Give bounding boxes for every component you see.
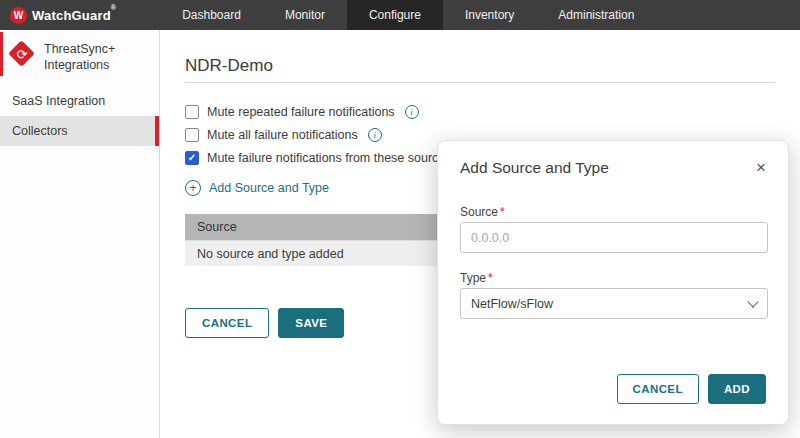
checkbox-label: Mute all failure notifications [207,128,358,142]
nav-item-dashboard[interactable]: Dashboard [160,0,263,30]
nav-item-configure[interactable]: Configure [347,0,443,30]
type-select[interactable]: NetFlow/sFlow [460,288,768,319]
type-field-label: Type* [460,271,493,285]
chevron-down-icon [747,296,758,307]
sidebar-section-title: ThreatSync+ Integrations [44,40,151,74]
nav-item-administration[interactable]: Administration [536,0,656,30]
watchguard-logo-icon: W [10,7,27,24]
sidebar-section-header: ⟳ ThreatSync+ Integrations [0,30,159,86]
sidebar: ⟳ ThreatSync+ Integrations SaaS Integrat… [0,30,160,438]
required-asterisk: * [500,205,505,219]
source-field-label: Source* [460,205,505,219]
info-icon[interactable]: i [405,105,419,119]
mute-repeated-failures-row: Mute repeated failure notifications i [185,105,419,119]
plus-circle-icon: + [185,180,201,196]
source-input[interactable] [460,222,768,253]
page-title: NDR-Demo [185,56,273,76]
sidebar-item-collectors[interactable]: Collectors [0,116,159,146]
dialog-actions: CANCEL ADD [617,374,766,404]
mute-sources-row: Mute failure notifications from these so… [185,151,476,165]
dialog-add-button[interactable]: ADD [708,374,766,404]
mute-sources-checkbox[interactable] [185,151,199,165]
sidebar-accent-bar [0,32,3,76]
mute-all-failures-checkbox[interactable] [185,128,199,142]
type-select-value: NetFlow/sFlow [471,297,553,311]
form-actions: CANCEL SAVE [185,308,344,338]
title-divider [185,82,775,83]
cancel-button[interactable]: CANCEL [185,308,269,338]
threatsync-icon: ⟳ [8,40,36,68]
page: W WatchGuard® Dashboard Monitor Configur… [0,0,800,438]
mute-repeated-failures-checkbox[interactable] [185,105,199,119]
add-source-and-type-dialog: Add Source and Type × Source* Type* NetF… [437,140,789,425]
mute-all-failures-row: Mute all failure notifications i [185,128,382,142]
close-icon[interactable]: × [752,155,770,180]
sidebar-item-label: Collectors [12,124,68,138]
nav-item-monitor[interactable]: Monitor [263,0,347,30]
info-icon[interactable]: i [368,128,382,142]
brand-logo[interactable]: W WatchGuard® [0,0,130,30]
selected-indicator [155,116,159,146]
sidebar-item-saas-integration[interactable]: SaaS Integration [0,86,159,116]
dialog-title: Add Source and Type [460,159,609,177]
nav-item-inventory[interactable]: Inventory [443,0,536,30]
checkbox-label: Mute repeated failure notifications [207,105,395,119]
registered-mark: ® [111,4,116,11]
add-link-label: Add Source and Type [209,181,329,195]
top-nav-items: Dashboard Monitor Configure Inventory Ad… [160,0,656,30]
required-asterisk: * [488,271,493,285]
add-source-and-type-link[interactable]: + Add Source and Type [185,180,329,196]
brand-name: WatchGuard® [32,8,116,23]
top-navbar: W WatchGuard® Dashboard Monitor Configur… [0,0,800,30]
dialog-cancel-button[interactable]: CANCEL [617,374,699,404]
save-button[interactable]: SAVE [278,308,344,338]
checkbox-label: Mute failure notifications from these so… [207,151,452,165]
